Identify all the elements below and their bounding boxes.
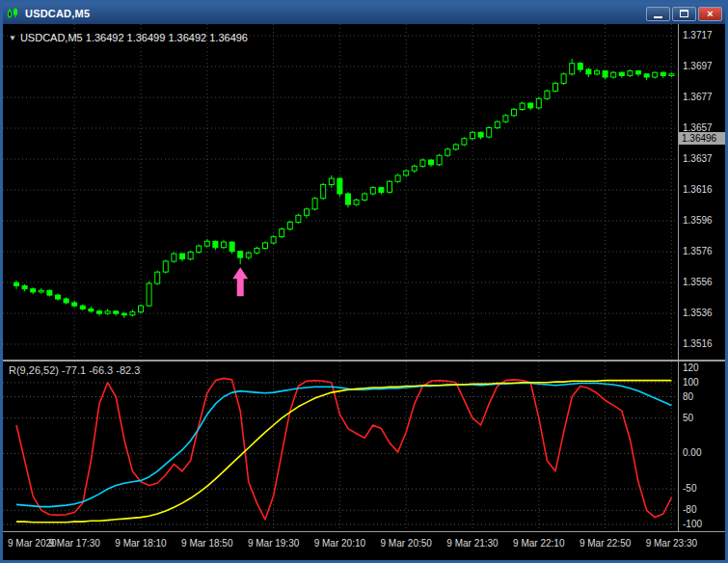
candle-body [420,160,425,166]
candle-body [89,308,94,310]
candle-body [595,71,600,74]
candle-body [669,74,674,76]
candle-body [139,306,144,311]
candle-body [412,166,417,171]
price-axis-label: 1.3576 [683,246,713,256]
close-button[interactable]: × [698,7,722,21]
candle-body [213,241,218,247]
candles [14,59,674,318]
candle-body [147,283,151,306]
candle-body [180,254,185,259]
price-axis-label: 1.3637 [683,153,713,164]
candle-body [255,249,259,254]
close-icon: × [707,8,713,19]
window-controls: × [646,7,722,21]
candle-body [437,155,442,165]
time-axis-label: 9 Mar 22:50 [580,538,631,549]
candle-body [271,237,276,243]
time-axis[interactable]: 9 Mar 20209 Mar 17:309 Mar 18:109 Mar 18… [3,531,725,560]
candle-body [619,72,624,75]
chart-window: USDCAD,M5 × ▼USDCAD,M5 1.36492 1.36499 1… [0,0,728,563]
candle-body [337,178,342,194]
candle-body [404,171,409,175]
candle-body [197,246,202,252]
candle-body [370,188,375,194]
candle-body [561,74,566,84]
price-axis-label: 1.3717 [683,30,713,40]
buy-signal-arrow[interactable] [232,267,248,296]
candle-body [495,121,499,127]
minimize-button[interactable] [646,7,670,21]
price-axis[interactable]: 1.37171.36971.36771.36571.36371.36161.35… [683,24,725,531]
candle-body [312,199,317,209]
symbol-marker-icon: ▼ [9,34,16,42]
time-axis-label: 9 Mar 20:10 [314,538,365,549]
candlestick-chart[interactable] [3,24,678,360]
indicator-axis-label: 0.00 [683,447,701,458]
candle-body [453,145,458,149]
time-axis-label: 9 Mar 18:10 [115,538,166,549]
indicator-axis-label: -80 [683,504,696,515]
candle-body [611,72,616,77]
candle-body [603,71,607,77]
candle-body [644,74,649,77]
candle-body [379,188,384,193]
candle-body [512,109,517,115]
price-axis-label: 1.3596 [683,215,713,226]
candle-body [204,241,209,246]
candle-body [545,91,550,98]
candle-body [321,184,326,198]
candle-body [229,242,234,252]
candle-body [97,311,102,313]
price-axis-label: 1.3616 [683,184,713,195]
r-slow-line [16,381,671,523]
candle-body [296,215,301,222]
candle-body [172,254,176,261]
price-axis-separator [678,24,679,531]
indicator-axis-label: 80 [683,391,693,402]
panel-divider[interactable] [3,360,725,362]
price-axis-label: 1.3697 [683,61,713,71]
time-axis-label: 9 Mar 17:30 [49,538,100,549]
window-titlebar[interactable]: USDCAD,M5 × [3,3,725,24]
maximize-button[interactable] [672,7,696,21]
candle-body [163,261,168,272]
candle-body [578,64,582,69]
price-axis-label: 1.3516 [683,338,713,349]
candle-body [64,299,68,303]
r-medium-line [16,384,671,507]
indicator-axis-label: 100 [683,377,699,388]
candle-body [462,139,467,145]
minimize-icon [654,16,662,18]
candle-body [661,72,665,75]
indicator-lines [16,378,671,522]
candle-body [56,295,61,299]
candle-body [39,290,43,292]
candle-body [520,103,525,109]
indicator-axis-label: -50 [683,483,696,494]
candle-body [238,252,243,257]
candle-body [47,290,52,295]
candle-body [263,243,268,249]
candle-body [80,306,85,308]
indicator-chart[interactable] [3,362,678,531]
candle-body [188,253,193,259]
candle-body [636,71,641,74]
time-axis-label: 9 Mar 18:50 [181,538,232,549]
price-axis-label: 1.3556 [683,277,713,287]
candle-body [114,311,119,313]
candle-body [429,160,434,165]
time-axis-label: 9 Mar 19:30 [248,538,299,549]
candle-body [553,83,558,91]
time-axis-label: 9 Mar 20:50 [381,538,432,549]
candle-body [354,200,359,204]
candle-body [503,116,508,121]
maximize-icon [680,10,688,17]
candle-body [155,272,160,283]
time-axis-label: 9 Mar 23:30 [646,538,697,549]
candle-body [14,282,19,285]
time-axis-label: 9 Mar 21:30 [446,538,498,549]
candle-body [121,313,126,315]
chart-icon [6,7,21,20]
candle-body [536,98,541,108]
